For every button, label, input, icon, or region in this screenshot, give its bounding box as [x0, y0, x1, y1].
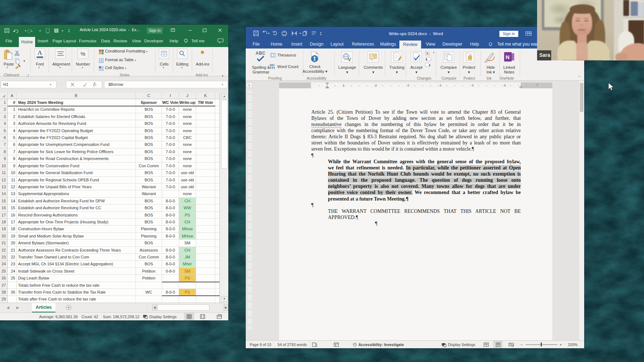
svg-text:ABC: ABC: [270, 64, 275, 66]
svg-text:N: N: [506, 54, 510, 60]
